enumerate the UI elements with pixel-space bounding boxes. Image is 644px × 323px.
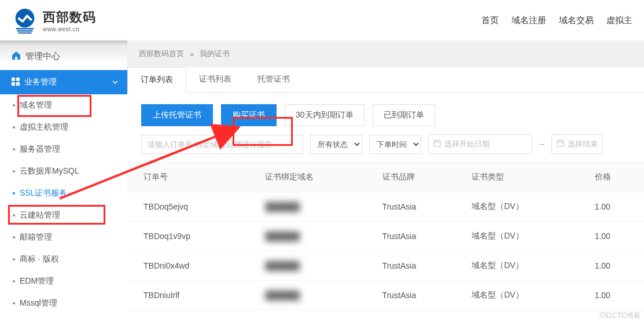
chevron-down-icon — [112, 78, 118, 87]
status-select[interactable]: 所有状态 — [310, 135, 362, 154]
cell-brand: TrustAsia — [376, 251, 465, 281]
calendar-icon — [433, 140, 441, 149]
tab-bar: 订单列表 证书列表 托管证书 — [127, 67, 644, 93]
cell-type: 域名型（DV） — [465, 281, 587, 310]
cell-order: TBDniuIrlf — [127, 281, 258, 310]
top-nav: 首页 域名注册 域名交易 虚拟主 — [481, 15, 632, 26]
tab-certs[interactable]: 证书列表 — [186, 67, 245, 92]
time-select[interactable]: 下单时间 — [369, 135, 421, 154]
cell-type: 域名型（DV） — [465, 192, 587, 222]
svg-rect-12 — [557, 141, 564, 146]
sidebar-item-server[interactable]: 服务器管理 — [0, 138, 127, 160]
buy-cert-button[interactable]: 购买证书 — [221, 104, 277, 126]
grid-icon — [12, 78, 20, 87]
nav-domain-reg[interactable]: 域名注册 — [511, 15, 546, 26]
logo-cn: 西部数码 — [43, 9, 96, 26]
svg-rect-5 — [16, 78, 20, 81]
col-order: 订单号 — [127, 163, 258, 192]
cell-domain: ██████ — [258, 192, 375, 222]
search-input[interactable] — [141, 135, 303, 154]
table-row[interactable]: TBDni0x4wd ██████ TrustAsia 域名型（DV） 1.00 — [127, 251, 644, 281]
svg-rect-8 — [434, 141, 440, 146]
breadcrumb: 西部数码首页 » 我的证书 — [127, 41, 644, 67]
expiring-30-button[interactable]: 30天内到期订单 — [285, 104, 365, 126]
sidebar-item-sitebuilder[interactable]: 云建站管理 — [0, 204, 127, 226]
nav-vhost[interactable]: 虚拟主 — [606, 15, 632, 26]
sidebar-items: 域名管理 虚拟主机管理 服务器管理 云数据库MySQL SSL证书服务 云建站管… — [0, 94, 127, 314]
cell-price: 1.00 — [588, 281, 644, 310]
date-start-placeholder: 选择开始日期 — [444, 139, 490, 149]
cell-price: 1.00 — [588, 192, 644, 222]
table-row[interactable]: TBDoq1v9vp ██████ TrustAsia 域名型（DV） 1.00 — [127, 222, 644, 251]
upload-hosted-button[interactable]: 上传托管证书 — [141, 104, 213, 126]
cell-type: 域名型（DV） — [465, 251, 587, 281]
cell-order: TBDni0x4wd — [127, 251, 258, 281]
col-price: 价格 — [588, 163, 644, 192]
sidebar: 管理中心 业务管理 域名管理 虚拟主机管理 服务器管理 云数据库MySQL SS… — [0, 41, 127, 323]
cell-domain: ██████ — [258, 251, 375, 281]
cell-price: 1.00 — [588, 251, 644, 281]
cell-brand: TrustAsia — [376, 222, 465, 251]
breadcrumb-current: 我的证书 — [200, 49, 230, 59]
col-domain: 证书绑定域名 — [258, 163, 375, 192]
table: 订单号 证书绑定域名 证书品牌 证书类型 价格 TBDoq5ejvq █████… — [127, 162, 644, 310]
toolbar: 上传托管证书 购买证书 30天内到期订单 已到期订单 — [127, 93, 644, 134]
main: 西部数码首页 » 我的证书 订单列表 证书列表 托管证书 上传托管证书 购买证书… — [127, 41, 644, 323]
sidebar-item-trademark[interactable]: 商标 · 版权 — [0, 248, 127, 270]
date-sep: -- — [539, 140, 544, 149]
table-row[interactable]: TBDniuIrlf ██████ TrustAsia 域名型（DV） 1.00 — [127, 281, 644, 310]
svg-rect-6 — [12, 82, 15, 86]
calendar-icon — [557, 140, 564, 149]
table-header-row: 订单号 证书绑定域名 证书品牌 证书类型 价格 — [127, 163, 644, 192]
cell-brand: TrustAsia — [376, 192, 465, 222]
table-row[interactable]: TBDoq5ejvq ██████ TrustAsia 域名型（DV） 1.00 — [127, 192, 644, 222]
logo-text: 西部数码 www.west.cn — [43, 9, 96, 32]
col-type: 证书类型 — [465, 163, 587, 192]
sidebar-item-domain[interactable]: 域名管理 — [0, 94, 127, 116]
cell-brand: TrustAsia — [376, 281, 465, 310]
breadcrumb-sep: » — [190, 50, 194, 58]
nav-home[interactable]: 首页 — [481, 15, 499, 26]
sidebar-home-label: 管理中心 — [25, 51, 60, 62]
cell-domain: ██████ — [258, 222, 375, 251]
sidebar-item-mysql[interactable]: 云数据库MySQL — [0, 160, 127, 182]
breadcrumb-root[interactable]: 西部数码首页 — [139, 49, 184, 59]
svg-rect-1 — [16, 28, 34, 29]
sidebar-item-edm[interactable]: EDM管理 — [0, 270, 127, 292]
sidebar-item-mssql[interactable]: Mssql管理 — [0, 292, 127, 314]
svg-rect-7 — [16, 82, 20, 86]
sidebar-section-business[interactable]: 业务管理 — [0, 70, 127, 94]
sidebar-item-vhost[interactable]: 虚拟主机管理 — [0, 116, 127, 138]
svg-rect-4 — [12, 78, 15, 81]
cell-type: 域名型（DV） — [465, 222, 587, 251]
expired-button[interactable]: 已到期订单 — [373, 104, 435, 126]
logo-en: www.west.cn — [43, 26, 96, 32]
panel: 订单列表 证书列表 托管证书 上传托管证书 购买证书 30天内到期订单 已到期订… — [127, 67, 644, 323]
sidebar-section-label: 业务管理 — [24, 77, 57, 87]
cell-price: 1.00 — [588, 222, 644, 251]
sidebar-item-ssl[interactable]: SSL证书服务 — [0, 182, 127, 204]
home-icon — [12, 51, 21, 62]
sidebar-home[interactable]: 管理中心 — [0, 41, 127, 70]
date-start-input[interactable]: 选择开始日期 — [428, 134, 532, 154]
svg-rect-3 — [19, 32, 32, 34]
watermark: ©51CTO博客 — [599, 311, 641, 321]
date-end-placeholder: 选择结束 — [568, 139, 598, 149]
tab-hosted[interactable]: 托管证书 — [245, 67, 303, 92]
cell-domain: ██████ — [258, 281, 375, 310]
logo-icon — [12, 7, 38, 34]
sidebar-item-mail[interactable]: 邮箱管理 — [0, 226, 127, 248]
date-end-input[interactable]: 选择结束 — [551, 134, 603, 154]
logo-block: 西部数码 www.west.cn — [12, 7, 96, 34]
col-brand: 证书品牌 — [376, 163, 465, 192]
cell-order: TBDoq1v9vp — [127, 222, 258, 251]
tab-orders[interactable]: 订单列表 — [127, 67, 186, 93]
svg-rect-2 — [17, 30, 33, 31]
header: 西部数码 www.west.cn 首页 域名注册 域名交易 虚拟主 — [0, 0, 644, 41]
nav-domain-trade[interactable]: 域名交易 — [559, 15, 594, 26]
filter-row: 所有状态 下单时间 选择开始日期 -- 选择结束 — [127, 134, 644, 162]
cell-order: TBDoq5ejvq — [127, 192, 258, 222]
